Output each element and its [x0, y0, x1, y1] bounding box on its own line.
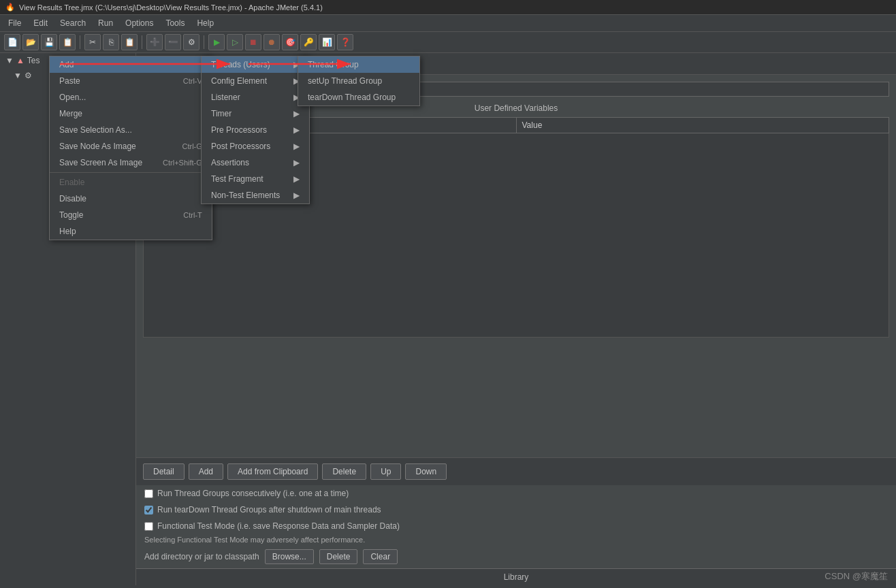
listener-item[interactable]: Listener▶ — [202, 89, 309, 105]
menu-item-help[interactable]: Help — [50, 223, 212, 240]
classpath-delete-button[interactable]: Delete — [319, 549, 358, 564]
up-button[interactable]: Up — [370, 463, 401, 480]
toolbar-cut[interactable]: ✂ — [84, 34, 101, 50]
browse-button[interactable]: Browse... — [265, 549, 314, 564]
non-test-elements-item[interactable]: Non-Test Elements▶ — [202, 187, 309, 203]
toolbar-start[interactable]: ▶ — [208, 34, 225, 50]
context-menu: Add PasteCtrl-V Open... Merge Save Selec… — [49, 56, 212, 240]
test-fragment-item[interactable]: Test Fragment▶ — [202, 171, 309, 187]
toolbar: 📄 📂 💾 📋 ✂ ⎘ 📋 ➕ ➖ ⚙ ▶ ▷ ⏹ ⏺ 🎯 🔑 📊 ❓ — [0, 32, 896, 53]
pre-processors-item[interactable]: Pre Processors▶ — [202, 122, 309, 138]
menu-item-save-screen[interactable]: Save Screen As ImageCtrl+Shift-G — [50, 154, 212, 171]
test-plan-icon: ▲ — [16, 56, 25, 65]
library-row: Library — [136, 568, 896, 585]
toolbar-expand[interactable]: ➕ — [146, 34, 163, 50]
functional-note: Selecting Functional Test Mode may adver… — [136, 534, 896, 545]
toolbar-remote[interactable]: 🎯 — [282, 34, 298, 50]
classpath-row: Add directory or jar to classpath Browse… — [136, 545, 896, 568]
toolbar-function[interactable]: 📊 — [319, 34, 335, 50]
checkbox-label-consecutive: Run Thread Groups consecutively (i.e. on… — [157, 489, 349, 498]
menu-edit[interactable]: Edit — [28, 16, 53, 30]
menu-item-save-node[interactable]: Save Node As ImageCtrl-G — [50, 138, 212, 154]
teardown-thread-group-item[interactable]: tearDown Thread Group — [298, 89, 419, 105]
add-button[interactable]: Add — [189, 463, 223, 480]
assertions-item[interactable]: Assertions▶ — [202, 154, 309, 171]
gear-icon: ⚙ — [25, 71, 32, 80]
title-text: View Results Tree.jmx (C:\Users\sj\Deskt… — [19, 3, 323, 12]
button-row: Detail Add Add from Clipboard Delete Up … — [136, 457, 896, 485]
delete-button[interactable]: Delete — [322, 463, 366, 480]
expand-icon2: ▼ — [14, 71, 22, 80]
checkbox-teardown[interactable] — [144, 506, 153, 514]
library-label: Library — [504, 572, 529, 582]
checkbox-row-3: Functional Test Mode (i.e. save Response… — [136, 518, 896, 534]
toolbar-toggle[interactable]: ⚙ — [183, 34, 199, 50]
menu-bar: File Edit Search Run Options Tools Help — [0, 15, 896, 32]
expand-icon: ▼ — [5, 56, 14, 65]
threadgroup-submenu: Thread Group setUp Thread Group tearDown… — [298, 56, 420, 106]
toolbar-new[interactable]: 📄 — [4, 34, 20, 50]
thread-group-item[interactable]: Thread Group — [298, 56, 419, 73]
col-value: Value — [517, 118, 889, 133]
toolbar-open[interactable]: 📂 — [22, 34, 39, 50]
down-button[interactable]: Down — [405, 463, 447, 480]
toolbar-sep2 — [142, 35, 142, 49]
menu-item-enable: Enable — [50, 174, 212, 191]
toolbar-stop[interactable]: ⏹ — [245, 34, 261, 50]
menu-item-paste[interactable]: PasteCtrl-V — [50, 73, 212, 89]
classpath-label: Add directory or jar to classpath — [144, 552, 259, 561]
menu-item-save-selection[interactable]: Save Selection As... — [50, 122, 212, 138]
clear-button[interactable]: Clear — [363, 549, 398, 564]
menu-tools[interactable]: Tools — [160, 16, 190, 30]
flame-icon: 🔥 — [5, 3, 15, 12]
menu-item-open[interactable]: Open... — [50, 89, 212, 105]
toolbar-save-as[interactable]: 📋 — [59, 34, 76, 50]
toolbar-collapse[interactable]: ➖ — [165, 34, 181, 50]
checkbox-consecutive[interactable] — [144, 489, 153, 498]
title-bar: 🔥 View Results Tree.jmx (C:\Users\sj\Des… — [0, 0, 896, 15]
threads-users-item[interactable]: Threads (Users)▶ — [202, 56, 309, 73]
toolbar-paste[interactable]: 📋 — [121, 34, 138, 50]
menu-sep1 — [50, 172, 212, 173]
checkbox-row-1: Run Thread Groups consecutively (i.e. on… — [136, 485, 896, 502]
tree-root-label: Tes — [27, 56, 40, 65]
checkbox-label-functional: Functional Test Mode (i.e. save Response… — [157, 521, 400, 531]
toolbar-clear[interactable]: 🔑 — [300, 34, 317, 50]
menu-item-toggle[interactable]: ToggleCtrl-T — [50, 207, 212, 223]
menu-options[interactable]: Options — [120, 16, 159, 30]
checkbox-row-2: Run tearDown Thread Groups after shutdow… — [136, 502, 896, 518]
setup-thread-group-item[interactable]: setUp Thread Group — [298, 73, 419, 89]
toolbar-save[interactable]: 💾 — [41, 34, 57, 50]
toolbar-sep1 — [80, 35, 80, 49]
toolbar-stop-now[interactable]: ⏺ — [263, 34, 280, 50]
post-processors-item[interactable]: Post Processors▶ — [202, 138, 309, 154]
menu-file[interactable]: File — [3, 16, 27, 30]
add-from-clipboard-button[interactable]: Add from Clipboard — [227, 463, 318, 480]
menu-search[interactable]: Search — [54, 16, 91, 30]
toolbar-start-no-pause[interactable]: ▷ — [227, 34, 243, 50]
watermark: CSDN @寒魔笙 — [825, 570, 888, 583]
menu-run[interactable]: Run — [93, 16, 118, 30]
detail-button[interactable]: Detail — [143, 463, 185, 480]
threads-submenu: Threads (Users)▶ Config Element▶ Listene… — [201, 56, 310, 204]
checkbox-label-teardown: Run tearDown Thread Groups after shutdow… — [157, 505, 381, 514]
config-element-item[interactable]: Config Element▶ — [202, 73, 309, 89]
timer-item[interactable]: Timer▶ — [202, 105, 309, 122]
menu-help[interactable]: Help — [191, 16, 219, 30]
toolbar-copy[interactable]: ⎘ — [103, 34, 119, 50]
toolbar-sep3 — [204, 35, 204, 49]
menu-item-merge[interactable]: Merge — [50, 105, 212, 122]
toolbar-help[interactable]: ❓ — [337, 34, 353, 50]
menu-item-add[interactable]: Add — [50, 56, 212, 73]
checkbox-functional[interactable] — [144, 522, 153, 531]
menu-item-disable[interactable]: Disable — [50, 191, 212, 207]
